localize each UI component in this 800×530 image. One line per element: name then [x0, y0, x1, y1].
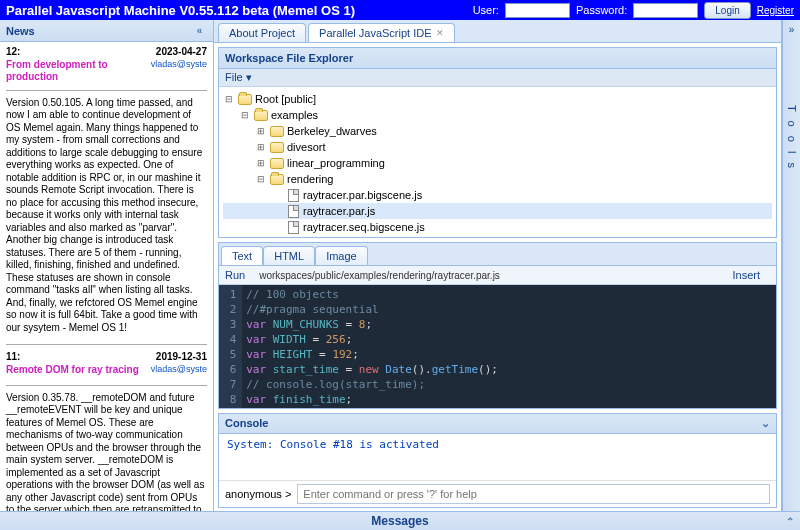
- ide-body: Workspace File Explorer File ▾ ⊟Root [pu…: [214, 43, 781, 413]
- user-label: User:: [473, 4, 499, 16]
- news-body: Version 0.50.105. A long time passed, an…: [6, 97, 207, 335]
- news-num: 11:: [6, 351, 20, 364]
- code-editor[interactable]: 1234567891011 // 100 objects //#pragma s…: [219, 285, 776, 408]
- file-path: workspaces/public/examples/rendering/ray…: [259, 270, 500, 281]
- login-area: User: Password: Login Register: [473, 2, 794, 19]
- tree-file[interactable]: raytracer.par.bigscene.js: [223, 187, 772, 203]
- tree-folder[interactable]: ⊞divesort: [223, 139, 772, 155]
- expand-icon[interactable]: »: [789, 24, 795, 35]
- messages-label: Messages: [371, 514, 428, 528]
- insert-button[interactable]: Insert: [732, 269, 760, 281]
- password-input[interactable]: [633, 3, 698, 18]
- password-label: Password:: [576, 4, 627, 16]
- tab-ide[interactable]: Parallel JavaScript IDE✕: [308, 23, 455, 42]
- register-link[interactable]: Register: [757, 5, 794, 16]
- news-date: 2023-04-27: [156, 46, 207, 59]
- news-item: 12:2023-04-27 From development to produc…: [6, 46, 207, 334]
- collapse-icon[interactable]: ⌄: [761, 417, 770, 430]
- tree-root[interactable]: ⊟Root [public]: [223, 91, 772, 107]
- run-toolbar: Run workspaces/public/examples/rendering…: [219, 266, 776, 285]
- tree-folder[interactable]: ⊞Berkeley_dwarves: [223, 123, 772, 139]
- news-num: 12:: [6, 46, 20, 59]
- code-area[interactable]: // 100 objects //#pragma sequential var …: [242, 285, 634, 408]
- console-prompt: anonymous >: [225, 488, 291, 500]
- console-header: Console⌄: [219, 414, 776, 434]
- tree-folder[interactable]: ⊟examples: [223, 107, 772, 123]
- news-headline: Remote DOM for ray tracing: [6, 364, 139, 379]
- news-body: Version 0.35.78. __remoteDOM and future …: [6, 392, 207, 511]
- news-author: vladas@syste: [151, 364, 207, 375]
- tree-file[interactable]: raytracer.seq.bigscene.js: [223, 219, 772, 235]
- username-input[interactable]: [505, 3, 570, 18]
- news-header: News «: [0, 20, 213, 42]
- tree-file[interactable]: raytracer.seq.js: [223, 235, 772, 237]
- tree-file-selected[interactable]: raytracer.par.js: [223, 203, 772, 219]
- center-panel: About Project Parallel JavaScript IDE✕ W…: [214, 20, 782, 511]
- tools-label: T o o l s: [786, 105, 798, 171]
- main-tabs: About Project Parallel JavaScript IDE✕: [214, 20, 781, 43]
- tab-html[interactable]: HTML: [263, 246, 315, 265]
- console-output: System: Console #18 is activated: [219, 434, 776, 480]
- footer-bar[interactable]: Messages ⌃: [0, 511, 800, 530]
- news-headline: From development to production: [6, 59, 151, 84]
- console-panel: Console⌄ System: Console #18 is activate…: [218, 413, 777, 508]
- news-author: vladas@syste: [151, 59, 207, 80]
- gutter: 1234567891011: [219, 285, 242, 408]
- code-panel: Text HTML Image Run workspaces/public/ex…: [218, 242, 777, 409]
- explorer-header: Workspace File Explorer: [219, 48, 776, 69]
- file-menu[interactable]: File ▾: [219, 69, 776, 87]
- news-item: 11:2019-12-31 Remote DOM for ray tracing…: [6, 351, 207, 511]
- close-icon[interactable]: ✕: [436, 28, 444, 38]
- tab-image[interactable]: Image: [315, 246, 368, 265]
- console-input-row: anonymous >: [219, 480, 776, 507]
- app-title: Parallel Javascript Machine V0.55.112 be…: [6, 3, 473, 18]
- login-button[interactable]: Login: [704, 2, 750, 19]
- code-tabs: Text HTML Image: [219, 243, 776, 266]
- news-title: News: [6, 25, 35, 37]
- run-button[interactable]: Run: [225, 269, 245, 281]
- expand-icon[interactable]: ⌃: [786, 516, 794, 527]
- file-tree[interactable]: ⊟Root [public] ⊟examples ⊞Berkeley_dwarv…: [219, 87, 776, 237]
- tab-about[interactable]: About Project: [218, 23, 306, 42]
- tree-folder[interactable]: ⊟rendering: [223, 171, 772, 187]
- app-header: Parallel Javascript Machine V0.55.112 be…: [0, 0, 800, 20]
- news-date: 2019-12-31: [156, 351, 207, 364]
- file-explorer: Workspace File Explorer File ▾ ⊟Root [pu…: [218, 47, 777, 238]
- tools-sidebar[interactable]: » T o o l s: [782, 20, 800, 511]
- tab-text[interactable]: Text: [221, 246, 263, 265]
- news-content[interactable]: 12:2023-04-27 From development to produc…: [0, 42, 213, 511]
- tree-folder[interactable]: ⊞linear_programming: [223, 155, 772, 171]
- collapse-icon[interactable]: «: [192, 23, 207, 38]
- console-input[interactable]: [297, 484, 770, 504]
- news-panel: News « 12:2023-04-27 From development to…: [0, 20, 214, 511]
